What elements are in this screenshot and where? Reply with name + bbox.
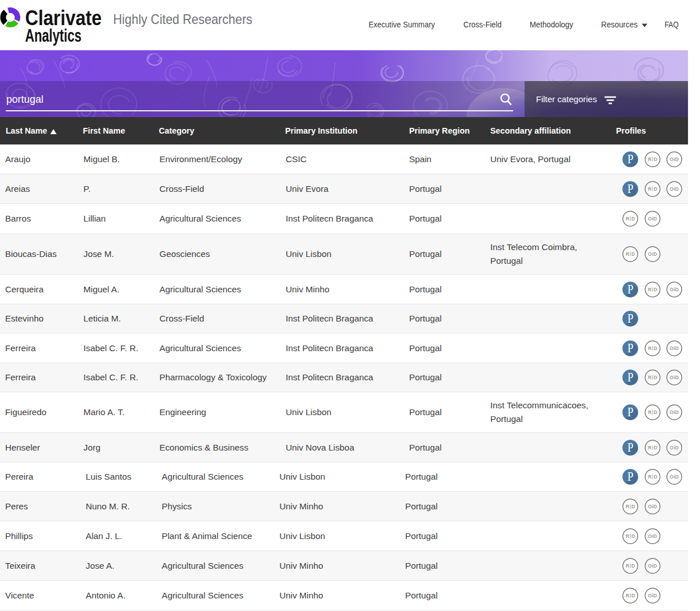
- svg-text:D: D: [653, 445, 657, 451]
- svg-text:P: P: [627, 311, 633, 326]
- svg-text:D: D: [631, 504, 635, 509]
- svg-text:R: R: [647, 186, 651, 192]
- svg-text:OiD: OiD: [670, 287, 679, 292]
- svg-text:D: D: [653, 156, 657, 162]
- svg-text:P: P: [627, 370, 633, 385]
- svg-text:P: P: [627, 181, 633, 196]
- svg-text:D: D: [653, 409, 657, 415]
- svg-text:OiD: OiD: [670, 375, 679, 380]
- svg-text:P: P: [627, 405, 633, 420]
- svg-text:OiD: OiD: [647, 251, 657, 257]
- svg-text:D: D: [653, 375, 657, 380]
- svg-text:OiD: OiD: [647, 533, 657, 539]
- svg-text:OiD: OiD: [647, 563, 657, 569]
- svg-text:D: D: [631, 251, 635, 257]
- svg-text:P: P: [627, 469, 633, 484]
- svg-text:R: R: [626, 563, 629, 569]
- svg-text:R: R: [647, 156, 651, 162]
- svg-text:R: R: [626, 251, 629, 257]
- svg-text:D: D: [653, 345, 657, 351]
- svg-text:OiD: OiD: [670, 345, 679, 351]
- svg-text:P: P: [627, 440, 633, 455]
- svg-text:D: D: [631, 593, 635, 598]
- svg-text:R: R: [626, 504, 629, 509]
- svg-text:OiD: OiD: [647, 593, 657, 598]
- svg-text:OiD: OiD: [670, 186, 679, 192]
- svg-text:D: D: [631, 563, 635, 569]
- svg-text:OiD: OiD: [670, 474, 679, 480]
- svg-text:D: D: [653, 287, 657, 292]
- svg-text:R: R: [647, 375, 651, 380]
- svg-text:D: D: [631, 533, 635, 539]
- svg-text:OiD: OiD: [670, 409, 679, 415]
- svg-text:OiD: OiD: [647, 216, 657, 222]
- svg-text:P: P: [627, 340, 633, 355]
- svg-text:R: R: [647, 287, 651, 292]
- svg-text:P: P: [627, 151, 633, 166]
- svg-text:R: R: [647, 345, 651, 351]
- svg-text:R: R: [626, 593, 629, 598]
- svg-text:R: R: [647, 445, 651, 451]
- svg-text:R: R: [647, 409, 651, 415]
- svg-text:R: R: [647, 474, 651, 480]
- svg-text:D: D: [631, 216, 635, 222]
- svg-text:OiD: OiD: [647, 504, 657, 509]
- svg-text:D: D: [653, 474, 657, 480]
- svg-text:OiD: OiD: [670, 156, 679, 162]
- svg-text:R: R: [626, 533, 629, 539]
- svg-text:D: D: [653, 186, 657, 192]
- svg-text:P: P: [627, 282, 633, 296]
- svg-text:OiD: OiD: [670, 445, 679, 451]
- svg-text:R: R: [626, 216, 629, 222]
